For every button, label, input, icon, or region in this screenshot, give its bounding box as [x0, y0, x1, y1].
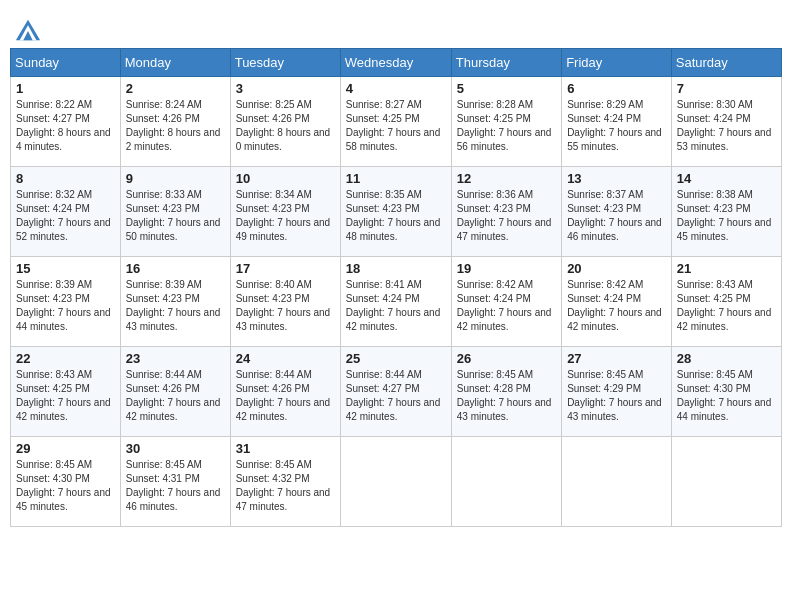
calendar-cell: 4 Sunrise: 8:27 AMSunset: 4:25 PMDayligh… [340, 77, 451, 167]
calendar-cell: 11 Sunrise: 8:35 AMSunset: 4:23 PMDaylig… [340, 167, 451, 257]
calendar-cell: 15 Sunrise: 8:39 AMSunset: 4:23 PMDaylig… [11, 257, 121, 347]
day-number: 20 [567, 261, 666, 276]
day-number: 27 [567, 351, 666, 366]
day-detail: Sunrise: 8:36 AMSunset: 4:23 PMDaylight:… [457, 189, 552, 242]
calendar-cell: 9 Sunrise: 8:33 AMSunset: 4:23 PMDayligh… [120, 167, 230, 257]
day-detail: Sunrise: 8:40 AMSunset: 4:23 PMDaylight:… [236, 279, 331, 332]
day-number: 2 [126, 81, 225, 96]
day-detail: Sunrise: 8:42 AMSunset: 4:24 PMDaylight:… [567, 279, 662, 332]
column-header-wednesday: Wednesday [340, 49, 451, 77]
day-detail: Sunrise: 8:45 AMSunset: 4:31 PMDaylight:… [126, 459, 221, 512]
calendar-cell [340, 437, 451, 527]
calendar-cell: 24 Sunrise: 8:44 AMSunset: 4:26 PMDaylig… [230, 347, 340, 437]
calendar-cell: 25 Sunrise: 8:44 AMSunset: 4:27 PMDaylig… [340, 347, 451, 437]
calendar-week-row: 1 Sunrise: 8:22 AMSunset: 4:27 PMDayligh… [11, 77, 782, 167]
day-detail: Sunrise: 8:44 AMSunset: 4:26 PMDaylight:… [126, 369, 221, 422]
calendar-cell: 22 Sunrise: 8:43 AMSunset: 4:25 PMDaylig… [11, 347, 121, 437]
column-header-monday: Monday [120, 49, 230, 77]
day-number: 12 [457, 171, 556, 186]
day-number: 28 [677, 351, 776, 366]
calendar-cell: 1 Sunrise: 8:22 AMSunset: 4:27 PMDayligh… [11, 77, 121, 167]
calendar-week-row: 15 Sunrise: 8:39 AMSunset: 4:23 PMDaylig… [11, 257, 782, 347]
day-number: 14 [677, 171, 776, 186]
column-header-thursday: Thursday [451, 49, 561, 77]
calendar-cell: 5 Sunrise: 8:28 AMSunset: 4:25 PMDayligh… [451, 77, 561, 167]
calendar-cell: 2 Sunrise: 8:24 AMSunset: 4:26 PMDayligh… [120, 77, 230, 167]
day-detail: Sunrise: 8:45 AMSunset: 4:32 PMDaylight:… [236, 459, 331, 512]
calendar-cell: 20 Sunrise: 8:42 AMSunset: 4:24 PMDaylig… [562, 257, 672, 347]
page-header [10, 10, 782, 44]
day-detail: Sunrise: 8:35 AMSunset: 4:23 PMDaylight:… [346, 189, 441, 242]
day-number: 11 [346, 171, 446, 186]
calendar-week-row: 29 Sunrise: 8:45 AMSunset: 4:30 PMDaylig… [11, 437, 782, 527]
day-detail: Sunrise: 8:43 AMSunset: 4:25 PMDaylight:… [16, 369, 111, 422]
calendar-cell: 28 Sunrise: 8:45 AMSunset: 4:30 PMDaylig… [671, 347, 781, 437]
calendar-cell: 12 Sunrise: 8:36 AMSunset: 4:23 PMDaylig… [451, 167, 561, 257]
day-detail: Sunrise: 8:24 AMSunset: 4:26 PMDaylight:… [126, 99, 221, 152]
day-number: 5 [457, 81, 556, 96]
column-header-friday: Friday [562, 49, 672, 77]
day-detail: Sunrise: 8:30 AMSunset: 4:24 PMDaylight:… [677, 99, 772, 152]
calendar-cell: 17 Sunrise: 8:40 AMSunset: 4:23 PMDaylig… [230, 257, 340, 347]
column-header-saturday: Saturday [671, 49, 781, 77]
calendar-cell: 10 Sunrise: 8:34 AMSunset: 4:23 PMDaylig… [230, 167, 340, 257]
calendar-cell: 6 Sunrise: 8:29 AMSunset: 4:24 PMDayligh… [562, 77, 672, 167]
day-number: 19 [457, 261, 556, 276]
calendar-cell: 26 Sunrise: 8:45 AMSunset: 4:28 PMDaylig… [451, 347, 561, 437]
calendar-cell: 21 Sunrise: 8:43 AMSunset: 4:25 PMDaylig… [671, 257, 781, 347]
calendar-cell: 13 Sunrise: 8:37 AMSunset: 4:23 PMDaylig… [562, 167, 672, 257]
logo [14, 16, 46, 44]
day-detail: Sunrise: 8:45 AMSunset: 4:30 PMDaylight:… [677, 369, 772, 422]
calendar-header-row: SundayMondayTuesdayWednesdayThursdayFrid… [11, 49, 782, 77]
day-number: 10 [236, 171, 335, 186]
day-number: 13 [567, 171, 666, 186]
logo-icon [14, 16, 42, 44]
calendar-cell [562, 437, 672, 527]
calendar-cell: 3 Sunrise: 8:25 AMSunset: 4:26 PMDayligh… [230, 77, 340, 167]
calendar-cell [671, 437, 781, 527]
day-number: 8 [16, 171, 115, 186]
calendar-week-row: 8 Sunrise: 8:32 AMSunset: 4:24 PMDayligh… [11, 167, 782, 257]
day-number: 15 [16, 261, 115, 276]
day-detail: Sunrise: 8:43 AMSunset: 4:25 PMDaylight:… [677, 279, 772, 332]
calendar-cell: 29 Sunrise: 8:45 AMSunset: 4:30 PMDaylig… [11, 437, 121, 527]
calendar-cell: 19 Sunrise: 8:42 AMSunset: 4:24 PMDaylig… [451, 257, 561, 347]
day-number: 31 [236, 441, 335, 456]
day-number: 24 [236, 351, 335, 366]
day-number: 7 [677, 81, 776, 96]
day-number: 6 [567, 81, 666, 96]
day-number: 1 [16, 81, 115, 96]
day-detail: Sunrise: 8:44 AMSunset: 4:27 PMDaylight:… [346, 369, 441, 422]
calendar-cell: 31 Sunrise: 8:45 AMSunset: 4:32 PMDaylig… [230, 437, 340, 527]
calendar-cell: 23 Sunrise: 8:44 AMSunset: 4:26 PMDaylig… [120, 347, 230, 437]
day-detail: Sunrise: 8:41 AMSunset: 4:24 PMDaylight:… [346, 279, 441, 332]
calendar-table: SundayMondayTuesdayWednesdayThursdayFrid… [10, 48, 782, 527]
day-detail: Sunrise: 8:28 AMSunset: 4:25 PMDaylight:… [457, 99, 552, 152]
day-detail: Sunrise: 8:45 AMSunset: 4:30 PMDaylight:… [16, 459, 111, 512]
calendar-cell [451, 437, 561, 527]
day-number: 4 [346, 81, 446, 96]
day-number: 25 [346, 351, 446, 366]
day-number: 29 [16, 441, 115, 456]
day-number: 26 [457, 351, 556, 366]
column-header-sunday: Sunday [11, 49, 121, 77]
day-number: 30 [126, 441, 225, 456]
day-detail: Sunrise: 8:34 AMSunset: 4:23 PMDaylight:… [236, 189, 331, 242]
calendar-cell: 16 Sunrise: 8:39 AMSunset: 4:23 PMDaylig… [120, 257, 230, 347]
day-detail: Sunrise: 8:29 AMSunset: 4:24 PMDaylight:… [567, 99, 662, 152]
day-detail: Sunrise: 8:27 AMSunset: 4:25 PMDaylight:… [346, 99, 441, 152]
day-number: 3 [236, 81, 335, 96]
calendar-week-row: 22 Sunrise: 8:43 AMSunset: 4:25 PMDaylig… [11, 347, 782, 437]
column-header-tuesday: Tuesday [230, 49, 340, 77]
day-detail: Sunrise: 8:38 AMSunset: 4:23 PMDaylight:… [677, 189, 772, 242]
calendar-cell: 30 Sunrise: 8:45 AMSunset: 4:31 PMDaylig… [120, 437, 230, 527]
day-detail: Sunrise: 8:39 AMSunset: 4:23 PMDaylight:… [16, 279, 111, 332]
calendar-cell: 14 Sunrise: 8:38 AMSunset: 4:23 PMDaylig… [671, 167, 781, 257]
day-detail: Sunrise: 8:42 AMSunset: 4:24 PMDaylight:… [457, 279, 552, 332]
calendar-cell: 18 Sunrise: 8:41 AMSunset: 4:24 PMDaylig… [340, 257, 451, 347]
day-detail: Sunrise: 8:39 AMSunset: 4:23 PMDaylight:… [126, 279, 221, 332]
day-detail: Sunrise: 8:45 AMSunset: 4:28 PMDaylight:… [457, 369, 552, 422]
day-number: 16 [126, 261, 225, 276]
day-detail: Sunrise: 8:25 AMSunset: 4:26 PMDaylight:… [236, 99, 331, 152]
day-number: 22 [16, 351, 115, 366]
